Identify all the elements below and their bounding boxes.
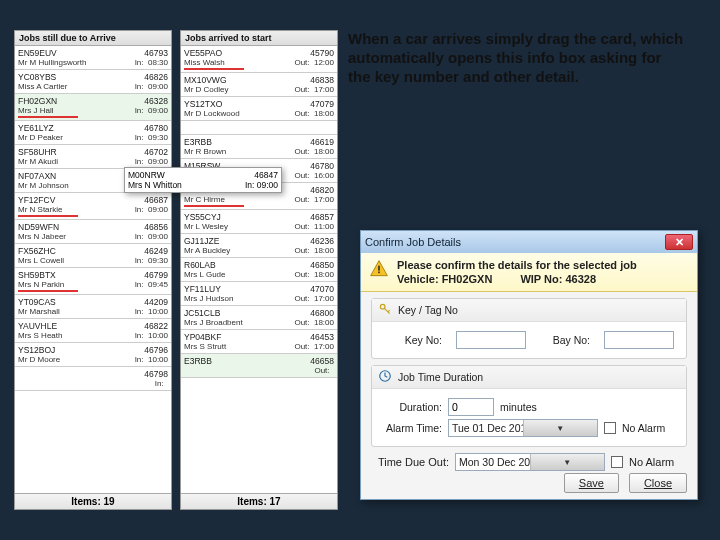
key-no-label: Key No: bbox=[380, 334, 442, 346]
footer-label: Items: bbox=[71, 496, 100, 507]
column-body-due[interactable]: EN59EUV46793Mr M HullingsworthIn: 08:30Y… bbox=[15, 46, 171, 496]
section-time: Job Time Duration Duration: minutes Alar… bbox=[371, 365, 687, 447]
job-card[interactable]: SF58UHR46702Mr M AkudiIn: 09:00 bbox=[15, 145, 171, 169]
card-customer: Mrs N Whitton bbox=[128, 180, 182, 190]
job-card[interactable]: YAUVHLE46822Mrs S HeathIn: 10:00 bbox=[15, 319, 171, 343]
column-jobs-arrived: Jobs arrived to start VE55PAO45790Miss W… bbox=[180, 30, 338, 510]
bay-no-label: Bay No: bbox=[540, 334, 590, 346]
job-card[interactable]: GJ11JZE46236Mr A BuckleyOut: 18:00 bbox=[181, 234, 337, 258]
card-reg: M00NRW bbox=[128, 170, 165, 180]
card-dir: In: bbox=[245, 180, 254, 190]
svg-rect-0 bbox=[378, 266, 380, 271]
time-due-out-dropdown[interactable]: Mon 30 Dec 2013 15:00 ▼ bbox=[455, 453, 605, 471]
svg-rect-1 bbox=[378, 272, 380, 274]
job-card[interactable]: YF11LUY47070Mrs J HudsonOut: 17:00 bbox=[181, 282, 337, 306]
card-number: 46847 bbox=[254, 170, 278, 180]
alarm-time-dropdown[interactable]: Tue 01 Dec 2013 17:00 ▼ bbox=[448, 419, 598, 437]
footer-count: 19 bbox=[104, 496, 115, 507]
job-card[interactable] bbox=[181, 121, 337, 135]
dialog-banner: Please confirm the details for the selec… bbox=[361, 253, 697, 292]
no-alarm-label-2: No Alarm bbox=[629, 456, 674, 468]
banner-instruction: Please confirm the details for the selec… bbox=[397, 259, 637, 271]
footer-count: 17 bbox=[270, 496, 281, 507]
job-card[interactable]: YF12FCV46687Mr N StarkieIn: 09:00 bbox=[15, 193, 171, 220]
wip-label: WIP No: bbox=[520, 273, 562, 285]
job-card[interactable]: YP04BKF46453Mrs S StruttOut: 17:00 bbox=[181, 330, 337, 354]
job-card[interactable]: YT09CAS44209Mr MarshallIn: 10:00 bbox=[15, 295, 171, 319]
job-card[interactable]: SH59BTX46799Mrs N ParkinIn: 09:45 bbox=[15, 268, 171, 295]
section-key: Key / Tag No Key No: Bay No: bbox=[371, 298, 687, 359]
vehicle-label: Vehicle: bbox=[397, 273, 439, 285]
job-card[interactable]: R60LAB46850Mrs L GudeOut: 18:00 bbox=[181, 258, 337, 282]
dragging-card[interactable]: M00NRW 46847 Mrs N Whitton In: 09:00 bbox=[124, 167, 282, 193]
wip-value: 46328 bbox=[565, 273, 596, 285]
job-card[interactable]: YS12TXO47079Mr D LockwoodOut: 18:00 bbox=[181, 97, 337, 121]
alarm-time-value: Tue 01 Dec 2013 17:00 bbox=[449, 422, 523, 434]
card-time: 09:00 bbox=[257, 180, 278, 190]
job-card[interactable]: E3RBB46658Out: bbox=[181, 354, 337, 378]
job-card[interactable]: E3RBB46619Mr R BrownOut: 18:00 bbox=[181, 135, 337, 159]
key-icon bbox=[378, 302, 392, 318]
job-card[interactable]: FX56ZHC46249Mrs L CowellIn: 09:30 bbox=[15, 244, 171, 268]
job-card[interactable]: YS12BOJ46796Mr D MooreIn: 10:00 bbox=[15, 343, 171, 367]
confirm-job-dialog: Confirm Job Details ✕ Please confirm the… bbox=[360, 230, 698, 500]
duration-unit: minutes bbox=[500, 401, 537, 413]
warning-icon bbox=[369, 259, 389, 279]
job-card[interactable]: EN59EUV46793Mr M HullingsworthIn: 08:30 bbox=[15, 46, 171, 70]
job-card[interactable]: FH02GXN46328Mrs J HallIn: 09:00 bbox=[15, 94, 171, 121]
chevron-down-icon[interactable]: ▼ bbox=[523, 420, 598, 436]
alarm-label: Alarm Time: bbox=[380, 422, 442, 434]
column-header-arrived: Jobs arrived to start bbox=[181, 31, 337, 46]
section-time-title: Job Time Duration bbox=[398, 371, 483, 383]
close-button-bottom[interactable]: Close bbox=[629, 473, 687, 493]
section-key-title: Key / Tag No bbox=[398, 304, 458, 316]
duration-input[interactable] bbox=[448, 398, 494, 416]
job-card[interactable]: YC08YBS46826Miss A CartierIn: 09:00 bbox=[15, 70, 171, 94]
job-card[interactable]: VE55PAO45790Miss WalshOut: 12:00 bbox=[181, 46, 337, 73]
footer-label: Items: bbox=[237, 496, 266, 507]
job-card[interactable]: 46798In: bbox=[15, 367, 171, 391]
job-card[interactable]: MX10VWG46838Mr D CodleyOut: 17:00 bbox=[181, 73, 337, 97]
clock-icon bbox=[378, 369, 392, 385]
duration-label: Duration: bbox=[380, 401, 442, 413]
column-header-due: Jobs still due to Arrive bbox=[15, 31, 171, 46]
chevron-down-icon[interactable]: ▼ bbox=[530, 454, 605, 470]
instruction-caption: When a car arrives simply drag the card,… bbox=[348, 30, 688, 86]
job-card[interactable]: ND59WFN46856Mrs N JabeerIn: 09:00 bbox=[15, 220, 171, 244]
save-button[interactable]: Save bbox=[564, 473, 619, 493]
no-alarm-label: No Alarm bbox=[622, 422, 665, 434]
column-footer-arrived: Items: 17 bbox=[181, 493, 337, 509]
job-card[interactable]: JC51CLB46800Mrs J BroadbentOut: 18:00 bbox=[181, 306, 337, 330]
column-jobs-due: Jobs still due to Arrive EN59EUV46793Mr … bbox=[14, 30, 172, 510]
dialog-title: Confirm Job Details bbox=[365, 236, 665, 248]
time-due-out-value: Mon 30 Dec 2013 15:00 bbox=[456, 456, 530, 468]
time-due-out-label: Time Due Out: bbox=[375, 456, 449, 468]
job-card[interactable]: YE61LYZ46780Mr D PeakerIn: 09:30 bbox=[15, 121, 171, 145]
column-footer-due: Items: 19 bbox=[15, 493, 171, 509]
no-alarm-checkbox-2[interactable] bbox=[611, 456, 623, 468]
job-card[interactable]: YS55CYJ46857Mr L WesleyOut: 11:00 bbox=[181, 210, 337, 234]
vehicle-value: FH02GXN bbox=[442, 273, 493, 285]
key-no-input[interactable] bbox=[456, 331, 526, 349]
svg-point-2 bbox=[380, 304, 385, 309]
column-body-arrived[interactable]: VE55PAO45790Miss WalshOut: 12:00MX10VWG4… bbox=[181, 46, 337, 496]
close-button[interactable]: ✕ bbox=[665, 234, 693, 250]
bay-no-input[interactable] bbox=[604, 331, 674, 349]
no-alarm-checkbox[interactable] bbox=[604, 422, 616, 434]
dialog-titlebar[interactable]: Confirm Job Details ✕ bbox=[361, 231, 697, 253]
